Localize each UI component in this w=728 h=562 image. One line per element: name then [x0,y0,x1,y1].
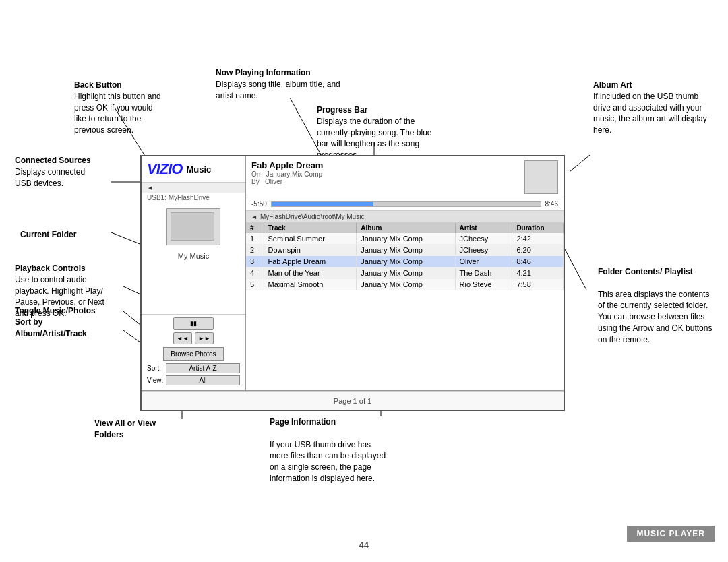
sort-row: Sort: Artist A-Z [144,363,243,373]
path-icon: ◄ [251,214,257,220]
annotation-sort: Sort by Album/Artist/Track [15,317,109,340]
table-cell-album: January Mix Comp [357,245,455,256]
annotation-progress-bar: Progress Bar Displays the duration of th… [317,104,438,161]
folder-thumbnail[interactable] [166,208,220,245]
vizio-logo: VIZIO [147,160,182,178]
progress-time-total: 8:46 [545,200,558,208]
track-table: # Track Album Artist Duration 1Seminal S… [246,223,564,290]
view-row: View: All [144,375,243,385]
sidebar-controls: ▮▮ ◄◄ ►► Browse Photos Sort: Artist A-Z … [142,314,245,390]
table-row[interactable]: 5Maximal SmoothJanuary Mix CompRio Steve… [246,279,564,290]
table-row[interactable]: 4Man of the YearJanuary Mix CompThe Dash… [246,268,564,279]
pause-button[interactable]: ▮▮ [173,317,214,330]
track-table-header: # Track Album Artist Duration [246,223,564,233]
sidebar: VIZIO Music ◄ USB1: MyFlashDrive My Musi… [142,156,246,390]
table-cell-track: Fab Apple Dream [264,256,357,268]
progress-time-elapsed: -5:50 [251,200,267,208]
annotation-back-button: Back Button Highlight this button and pr… [74,80,162,136]
table-cell-album: January Mix Comp [357,233,455,245]
table-cell-duration: 7:58 [512,279,564,290]
album-art-box [524,160,558,194]
file-path-text: MyFlashDrive\Audio\root\My Music [260,213,364,220]
table-cell-album: January Mix Comp [357,268,455,279]
now-playing-info: Fab Apple Dream On January Mix Comp By O… [251,160,519,194]
table-cell-artist: Oliver [455,256,512,268]
table-cell-track: Maximal Smooth [264,279,357,290]
browse-photos-button[interactable]: Browse Photos [163,347,224,361]
ui-top: VIZIO Music ◄ USB1: MyFlashDrive My Musi… [142,156,564,391]
nav-back-arrow: ◄ [147,184,154,191]
file-path-row: ◄ MyFlashDrive\Audio\root\My Music [246,211,564,223]
table-cell-duration: 6:20 [512,245,564,256]
col-artist: Artist [455,223,512,233]
table-cell-artist: The Dash [455,268,512,279]
annotation-folder-contents: Folder Contents/ Playlist This area disp… [598,266,716,346]
table-cell-track: Seminal Summer [264,233,357,245]
table-row[interactable]: 3Fab Apple DreamJanuary Mix CompOliver8:… [246,256,564,268]
table-cell-duration: 8:46 [512,256,564,268]
table-cell-num: 1 [246,233,264,245]
folder-thumb-inner [171,212,214,241]
annotation-connected-sources: Connected Sources Displays connected USB… [15,155,102,189]
now-playing-top: Fab Apple Dream On January Mix Comp By O… [246,156,564,197]
ui-bottom: Page 1 of 1 [142,391,564,410]
song-title: Fab Apple Dream [251,160,519,170]
page-info-text: Page 1 of 1 [334,397,371,405]
sidebar-nav-row[interactable]: ◄ [142,183,245,193]
annotation-view-all: View All or View Folders [94,418,182,441]
view-label: View: [147,377,166,384]
page: Back Button Highlight this button and pr… [0,0,728,562]
usb-label: USB1: MyFlashDrive [142,193,245,203]
svg-line-3 [570,155,590,172]
table-cell-num: 3 [246,256,264,268]
sidebar-header: VIZIO Music [142,156,245,183]
prev-button[interactable]: ◄◄ [173,332,192,344]
song-album-row: On January Mix Comp [251,170,519,178]
table-cell-artist: JCheesy [455,233,512,245]
prev-next-row: ◄◄ ►► [144,332,243,344]
table-cell-album: January Mix Comp [357,279,455,290]
album-name: January Mix Comp [266,170,322,178]
table-cell-num: 2 [246,245,264,256]
annotation-current-folder: Current Folder [20,229,94,241]
folder-name: My Music [142,252,245,260]
annotation-page-info: Page Information If your USB thumb drive… [270,416,391,485]
now-playing-area: Fab Apple Dream On January Mix Comp By O… [246,156,564,390]
table-cell-album: January Mix Comp [357,256,455,268]
table-cell-track: Downspin [264,245,357,256]
artist-name: Oliver [265,178,282,185]
track-list: # Track Album Artist Duration 1Seminal S… [246,223,564,390]
col-track: Track [264,223,357,233]
track-tbody: 1Seminal SummerJanuary Mix CompJCheesy2:… [246,233,564,290]
annotation-toggle: Toggle Music/Photos [15,305,102,317]
table-cell-duration: 4:21 [512,268,564,279]
next-button[interactable]: ►► [195,332,214,344]
page-number: 44 [359,540,369,550]
table-cell-duration: 2:42 [512,233,564,245]
progress-track[interactable] [271,201,541,207]
progress-area: -5:50 8:46 [246,197,564,211]
sort-label: Sort: [147,365,166,372]
col-album: Album [357,223,455,233]
table-row[interactable]: 2DownspinJanuary Mix CompJCheesy6:20 [246,245,564,256]
table-cell-artist: JCheesy [455,245,512,256]
music-player-badge: MUSIC PLAYER [627,526,715,542]
col-num: # [246,223,264,233]
col-duration: Duration [512,223,564,233]
table-cell-artist: Rio Steve [455,279,512,290]
table-cell-num: 5 [246,279,264,290]
annotation-album-art: Album Art If included on the USB thumb d… [593,80,715,136]
song-artist-row: By Oliver [251,178,519,185]
svg-line-11 [565,249,586,290]
artist-prefix: By [251,178,260,185]
sidebar-music-label: Music [186,164,211,175]
annotation-now-playing: Now Playing Information Displays song ti… [216,67,351,101]
ui-panel: VIZIO Music ◄ USB1: MyFlashDrive My Musi… [140,155,565,411]
progress-fill [272,202,374,206]
table-cell-track: Man of the Year [264,268,357,279]
sort-select[interactable]: Artist A-Z [166,363,240,373]
view-select[interactable]: All [166,375,240,385]
table-row[interactable]: 1Seminal SummerJanuary Mix CompJCheesy2:… [246,233,564,245]
table-cell-num: 4 [246,268,264,279]
album-prefix: On [251,170,260,178]
